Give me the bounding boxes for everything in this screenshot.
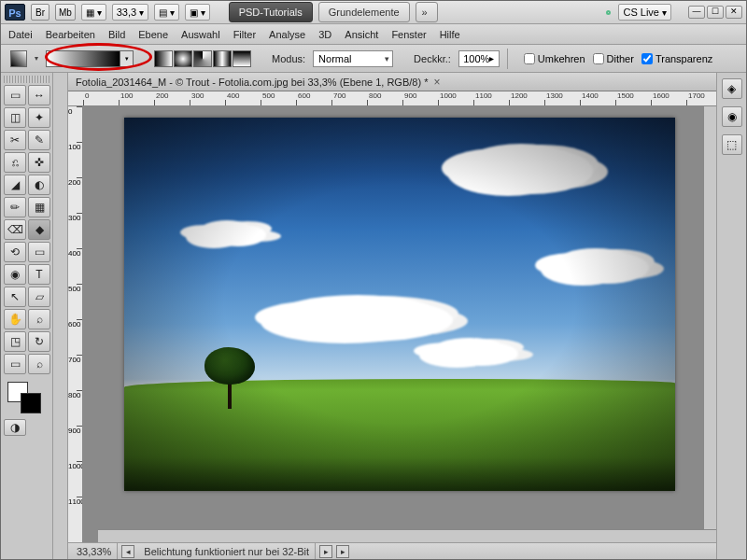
zoom-value: 33,3 [117, 7, 136, 18]
arrange-dropdown[interactable]: ▤ ▾ [154, 4, 179, 21]
tool-11[interactable]: ▦ [28, 197, 50, 217]
workspace-tutorials-button[interactable]: PSD-Tutorials [229, 2, 313, 22]
tool-preset-picker[interactable] [10, 50, 27, 67]
gradient-picker-dropdown[interactable]: ▾ [120, 50, 134, 67]
menu-bearbeiten[interactable]: Bearbeiten [46, 29, 95, 40]
workspace-more-button[interactable]: » [416, 2, 438, 22]
blend-mode-dropdown[interactable]: Normal [313, 50, 393, 67]
menu-hilfe[interactable]: Hilfe [440, 29, 460, 40]
workspace-basic-button[interactable]: Grundelemente [318, 2, 410, 22]
tool-23[interactable]: ↻ [28, 331, 50, 352]
menu-datei[interactable]: Datei [8, 29, 33, 40]
cslive-status-icon [606, 10, 611, 15]
reverse-checkbox[interactable]: Umkehren [524, 53, 585, 64]
document-area: Fotolia_2031464_M - © Trout - Fotolia.co… [53, 73, 716, 559]
menu-bild[interactable]: Bild [108, 29, 125, 40]
ps-logo-icon: Ps [5, 4, 25, 21]
tool-15[interactable]: ▭ [28, 242, 50, 262]
tool-21[interactable]: ⌕ [28, 309, 50, 329]
layers-panel-icon[interactable]: ◈ [722, 78, 742, 99]
close-button[interactable]: ✕ [726, 6, 742, 19]
gradient-picker[interactable] [46, 50, 120, 67]
tool-5[interactable]: ✎ [28, 130, 50, 150]
status-menu[interactable]: ▸ [336, 545, 349, 558]
document-tab[interactable]: Fotolia_2031464_M - © Trout - Fotolia.co… [68, 73, 716, 91]
radial-gradient-button[interactable] [174, 50, 192, 67]
tool-8[interactable]: ◢ [4, 175, 26, 195]
horizontal-scrollbar[interactable] [98, 529, 716, 542]
document-close-icon[interactable]: × [433, 76, 440, 89]
tool-20[interactable]: ✋ [4, 309, 26, 329]
menu-bar: Datei Bearbeiten Bild Ebene Auswahl Filt… [1, 24, 746, 45]
vertical-scrollbar[interactable] [703, 106, 716, 529]
menu-auswahl[interactable]: Auswahl [181, 29, 220, 40]
dither-checkbox[interactable]: Dither [593, 53, 634, 64]
channels-panel-icon[interactable]: ◉ [722, 106, 742, 127]
bridge-button[interactable]: Br [31, 4, 49, 21]
maximize-button[interactable]: ☐ [707, 6, 724, 19]
opacity-label: Deckkr.: [414, 53, 451, 64]
reflected-gradient-button[interactable] [213, 50, 232, 67]
tools-panel: ▭↔◫✦✂✎⎌✜◢◐✏▦⌫◆⟲▭◉T↖▱✋⌕◳↻▭⌕ ◑ [1, 73, 53, 559]
tool-9[interactable]: ◐ [28, 175, 50, 195]
workspace: ▭↔◫✦✂✎⎌✜◢◐✏▦⌫◆⟲▭◉T↖▱✋⌕◳↻▭⌕ ◑ Fotolia_203… [1, 73, 746, 559]
minimize-button[interactable]: — [688, 6, 705, 19]
cslive-dropdown[interactable]: CS Live ▾ [618, 4, 671, 21]
document-window: Fotolia_2031464_M - © Trout - Fotolia.co… [68, 73, 716, 559]
tool-0[interactable]: ▭ [4, 85, 26, 105]
ruler-vertical[interactable]: 010020030040050060070080090010001100 [68, 106, 83, 542]
menu-ansicht[interactable]: Ansicht [345, 29, 378, 40]
tool-22[interactable]: ◳ [4, 331, 26, 352]
tool-options-bar: ▾ ▾ Modus: Normal Deckkr.: 100%▸ Umkehre… [1, 45, 746, 73]
right-panel-dock: ◈ ◉ ⬚ [716, 73, 746, 559]
tool-4[interactable]: ✂ [4, 130, 26, 150]
menu-filter[interactable]: Filter [233, 29, 256, 40]
app-window: Ps Br Mb ▦ ▾ 33,3 ▾ ▤ ▾ ▣ ▾ PSD-Tutorial… [0, 0, 747, 560]
collapsed-panel-left[interactable] [53, 73, 68, 559]
tools-grip[interactable] [4, 76, 49, 83]
tool-16[interactable]: ◉ [4, 264, 26, 285]
menu-ebene[interactable]: Ebene [138, 29, 168, 40]
ruler-horizontal[interactable]: 0100200300400500600700800900100011001200… [68, 91, 716, 106]
tool-10[interactable]: ✏ [4, 197, 26, 217]
background-color[interactable] [21, 393, 41, 413]
screen-mode-dropdown[interactable]: ▣ ▾ [185, 4, 210, 21]
tool-17[interactable]: T [28, 264, 50, 285]
tool-25[interactable]: ⌕ [28, 354, 50, 374]
tool-18[interactable]: ↖ [4, 287, 26, 307]
menu-fenster[interactable]: Fenster [391, 29, 426, 40]
status-bar: 33,33% ◂ Belichtung funktioniert nur bei… [68, 542, 716, 559]
tool-12[interactable]: ⌫ [4, 219, 26, 240]
tool-13[interactable]: ◆ [28, 219, 50, 240]
angle-gradient-button[interactable] [193, 50, 212, 67]
tool-6[interactable]: ⎌ [4, 152, 26, 173]
minibridge-button[interactable]: Mb [55, 4, 76, 21]
diamond-gradient-button[interactable] [233, 50, 251, 67]
document-title: Fotolia_2031464_M - © Trout - Fotolia.co… [76, 77, 428, 88]
paths-panel-icon[interactable]: ⬚ [722, 134, 742, 155]
tool-24[interactable]: ▭ [4, 354, 26, 374]
status-zoom[interactable]: 33,33% [71, 543, 118, 559]
tool-7[interactable]: ✜ [28, 152, 50, 173]
zoom-level-dropdown[interactable]: 33,3 ▾ [112, 4, 148, 21]
opacity-input[interactable]: 100%▸ [458, 50, 500, 67]
quickmask-toggle[interactable]: ◑ [4, 419, 26, 436]
status-nav-prev[interactable]: ◂ [121, 545, 134, 558]
mode-label: Modus: [272, 53, 305, 64]
tool-19[interactable]: ▱ [28, 287, 50, 307]
status-nav-next[interactable]: ▸ [319, 545, 332, 558]
menu-3d[interactable]: 3D [318, 29, 331, 40]
tool-2[interactable]: ◫ [4, 107, 26, 128]
view-mode-dropdown[interactable]: ▦ ▾ [81, 4, 106, 21]
canvas[interactable] [83, 106, 716, 542]
menu-analyse[interactable]: Analyse [269, 29, 305, 40]
image-content [124, 118, 675, 491]
tool-3[interactable]: ✦ [28, 107, 50, 128]
tool-14[interactable]: ⟲ [4, 242, 26, 262]
application-bar: Ps Br Mb ▦ ▾ 33,3 ▾ ▤ ▾ ▣ ▾ PSD-Tutorial… [1, 1, 746, 24]
transparency-checkbox[interactable]: Transparenz [641, 53, 712, 64]
linear-gradient-button[interactable] [154, 50, 173, 67]
status-message: Belichtung funktioniert nur bei 32-Bit [138, 543, 316, 559]
tool-1[interactable]: ↔ [28, 85, 50, 105]
